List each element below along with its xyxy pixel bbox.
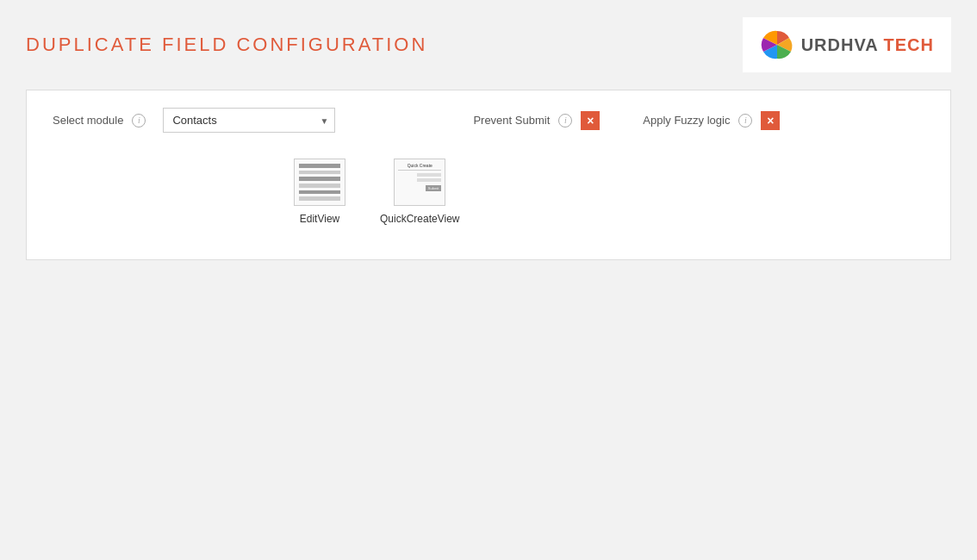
apply-fuzzy-label: Apply Fuzzy logic xyxy=(643,114,730,127)
edit-view-label: EditView xyxy=(300,213,339,225)
config-row: Select module i Contacts Accounts Leads … xyxy=(53,108,924,133)
logo-icon xyxy=(760,28,794,62)
logo-container: URDHVA TECH xyxy=(743,17,951,72)
prevent-submit-info-icon[interactable]: i xyxy=(558,114,572,128)
edit-view-icon xyxy=(294,159,345,206)
header: DUPLICATE FIELD CONFIGURATION URDHVA TEC… xyxy=(0,0,977,81)
apply-fuzzy-toggle[interactable]: × xyxy=(761,111,780,130)
quick-create-view-label: QuickCreateView xyxy=(380,213,459,225)
prevent-submit-group: Prevent Submit i × xyxy=(473,111,600,130)
module-select-wrapper: Contacts Accounts Leads Opportunities xyxy=(163,108,335,133)
prevent-submit-toggle[interactable]: × xyxy=(581,111,600,130)
edit-view-item[interactable]: EditView xyxy=(294,159,345,225)
page-title: DUPLICATE FIELD CONFIGURATION xyxy=(26,34,427,56)
select-module-info-icon[interactable]: i xyxy=(132,114,146,128)
logo-text: URDHVA TECH xyxy=(801,35,934,55)
select-module-group: Select module i Contacts Accounts Leads … xyxy=(53,108,335,133)
apply-fuzzy-group: Apply Fuzzy logic i × xyxy=(643,111,780,130)
quick-create-view-item[interactable]: Quick Create Submit QuickCreateView xyxy=(380,159,459,225)
main-card: Select module i Contacts Accounts Leads … xyxy=(26,90,951,260)
quick-create-view-icon: Quick Create Submit xyxy=(394,159,445,206)
views-row: EditView Quick Create Submit QuickCreate… xyxy=(53,159,924,225)
apply-fuzzy-info-icon[interactable]: i xyxy=(738,114,752,128)
select-module-label: Select module xyxy=(53,114,123,127)
module-select[interactable]: Contacts Accounts Leads Opportunities xyxy=(163,108,335,133)
prevent-submit-label: Prevent Submit xyxy=(473,114,550,127)
